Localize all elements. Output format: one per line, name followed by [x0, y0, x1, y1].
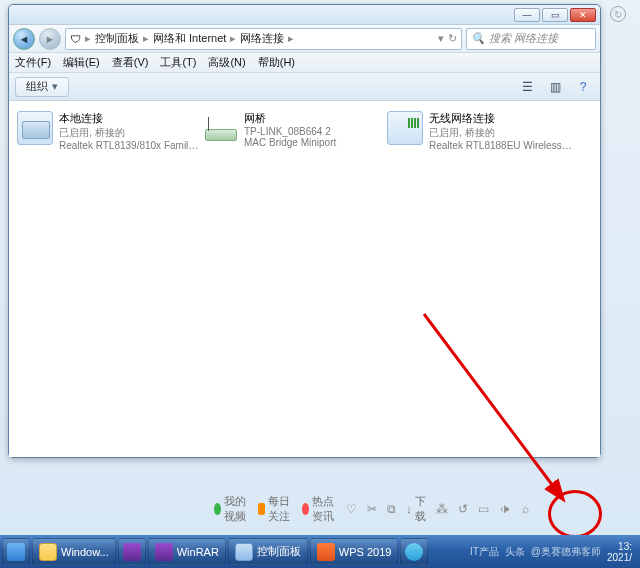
taskbar-item[interactable]: WPS 2019	[310, 538, 399, 565]
fire-icon	[302, 503, 309, 515]
window-titlebar[interactable]: — ▭ ✕	[9, 5, 600, 25]
connection-title: 网桥	[244, 111, 387, 126]
wlan-adapter-icon	[387, 111, 423, 145]
taskbar-item[interactable]: 控制面板	[228, 538, 308, 565]
word-icon	[7, 543, 25, 561]
address-bar[interactable]: 🛡 ▸ 控制面板 ▸ 网络和 Internet ▸ 网络连接 ▸ ▾ ↻	[65, 28, 462, 50]
ie-icon	[405, 543, 423, 561]
menu-help[interactable]: 帮助(H)	[258, 55, 295, 70]
tray-time: 13:	[607, 541, 632, 552]
breadcrumb-seg[interactable]: 控制面板	[95, 31, 139, 46]
ethernet-adapter-icon	[17, 111, 53, 145]
connection-status: 已启用, 桥接的	[59, 126, 202, 140]
organize-button[interactable]: 组织 ▾	[15, 77, 69, 97]
download-icon: ↓	[406, 503, 412, 515]
status-my-video[interactable]: 我的视频	[214, 494, 248, 524]
extensions-icon[interactable]: ⁂	[436, 502, 448, 516]
watermark-text: 头条	[505, 545, 525, 559]
annotation-circle	[548, 490, 602, 538]
menu-advanced[interactable]: 高级(N)	[208, 55, 245, 70]
close-button[interactable]: ✕	[570, 8, 596, 22]
chevron-down-icon: ▾	[52, 80, 58, 93]
chevron-down-icon[interactable]: ▾	[438, 32, 444, 45]
status-strip: 我的视频 每日关注 热点资讯 ♡ ✂ ⧉ ↓下载 ⁂ ↺ ▭ 🕩 ⌕	[0, 498, 640, 520]
tray-clock[interactable]: 13: 2021/	[607, 541, 632, 563]
breadcrumb-icon: 🛡	[70, 33, 81, 45]
taskbar-item[interactable]	[400, 538, 428, 565]
winrar-icon	[123, 543, 141, 561]
forward-button[interactable]: ►	[39, 28, 61, 50]
system-tray: IT产品 头条 @奥赛德弗客师 13: 2021/	[470, 541, 638, 563]
refresh-icon[interactable]: ↻	[448, 32, 457, 45]
command-bar: 组织 ▾ ☰ ▥ ?	[9, 73, 600, 101]
nav-bar: ◄ ► 🛡 ▸ 控制面板 ▸ 网络和 Internet ▸ 网络连接 ▸ ▾ ↻…	[9, 25, 600, 53]
calendar-icon	[258, 503, 265, 515]
play-icon	[214, 503, 221, 515]
menu-file[interactable]: 文件(F)	[15, 55, 51, 70]
volume-icon[interactable]: 🕩	[499, 502, 511, 516]
menu-view[interactable]: 查看(V)	[112, 55, 149, 70]
wps-icon	[317, 543, 335, 561]
folder-icon	[39, 543, 57, 561]
connection-title: 无线网络连接	[429, 111, 572, 126]
search-icon: 🔍	[471, 32, 485, 45]
breadcrumb-seg[interactable]: 网络连接	[240, 31, 284, 46]
taskbar: Window... WinRAR 控制面板 WPS 2019 IT产品 头条 @…	[0, 535, 640, 568]
taskbar-item[interactable]: Window...	[32, 538, 116, 565]
help-button[interactable]: ?	[572, 77, 594, 97]
explorer-window: — ▭ ✕ ◄ ► 🛡 ▸ 控制面板 ▸ 网络和 Internet ▸ 网络连接…	[8, 4, 601, 458]
chevron-right-icon: ▸	[230, 32, 236, 45]
capture-icon[interactable]: ✂	[367, 502, 377, 516]
back-button[interactable]: ◄	[13, 28, 35, 50]
controlpanel-icon	[235, 543, 253, 561]
menu-edit[interactable]: 编辑(E)	[63, 55, 100, 70]
search-icon[interactable]: ⌕	[521, 502, 530, 516]
shield-icon[interactable]: ♡	[346, 502, 357, 516]
chevron-right-icon: ▸	[288, 32, 294, 45]
search-input[interactable]: 🔍 搜索 网络连接	[466, 28, 596, 50]
connection-item[interactable]: 无线网络连接 已启用, 桥接的 Realtek RTL8188EU Wirele…	[387, 111, 572, 151]
menu-tools[interactable]: 工具(T)	[160, 55, 196, 70]
search-placeholder: 搜索 网络连接	[489, 31, 558, 46]
menu-bar: 文件(F) 编辑(E) 查看(V) 工具(T) 高级(N) 帮助(H)	[9, 53, 600, 73]
refresh-icon: ↻	[610, 6, 626, 22]
organize-label: 组织	[26, 79, 48, 94]
maximize-button[interactable]: ▭	[542, 8, 568, 22]
connection-detail: Realtek RTL8188EU Wireless L...	[429, 140, 572, 151]
connection-status: 已启用, 桥接的	[429, 126, 572, 140]
status-hot[interactable]: 热点资讯	[302, 494, 336, 524]
status-download[interactable]: ↓下载	[406, 494, 426, 524]
connection-item[interactable]: 本地连接 已启用, 桥接的 Realtek RTL8139/810x Famil…	[17, 111, 202, 151]
minimize-button[interactable]: —	[514, 8, 540, 22]
popup-icon[interactable]: ⧉	[387, 502, 396, 516]
taskbar-item[interactable]	[118, 538, 146, 565]
watermark-text: IT产品	[470, 545, 499, 559]
chevron-right-icon: ▸	[143, 32, 149, 45]
connection-item[interactable]: 网桥 TP-LINK_08B664 2 MAC Bridge Miniport	[202, 111, 387, 151]
winrar-icon	[155, 543, 173, 561]
connection-status: TP-LINK_08B664 2	[244, 126, 387, 137]
status-daily[interactable]: 每日关注	[258, 494, 292, 524]
watermark-text: @奥赛德弗客师	[531, 545, 601, 559]
history-icon[interactable]: ↺	[458, 502, 468, 516]
bridge-router-icon	[202, 111, 238, 145]
view-mode-button[interactable]: ☰	[516, 77, 538, 97]
preview-pane-button[interactable]: ▥	[544, 77, 566, 97]
connections-pane: 本地连接 已启用, 桥接的 Realtek RTL8139/810x Famil…	[9, 101, 600, 457]
breadcrumb-seg[interactable]: 网络和 Internet	[153, 31, 226, 46]
connection-title: 本地连接	[59, 111, 202, 126]
taskbar-item[interactable]	[2, 538, 30, 565]
tray-date: 2021/	[607, 552, 632, 563]
connection-detail: MAC Bridge Miniport	[244, 137, 387, 148]
connection-detail: Realtek RTL8139/810x Family F...	[59, 140, 202, 151]
chevron-right-icon: ▸	[85, 32, 91, 45]
reader-icon[interactable]: ▭	[478, 502, 489, 516]
taskbar-item[interactable]: WinRAR	[148, 538, 226, 565]
